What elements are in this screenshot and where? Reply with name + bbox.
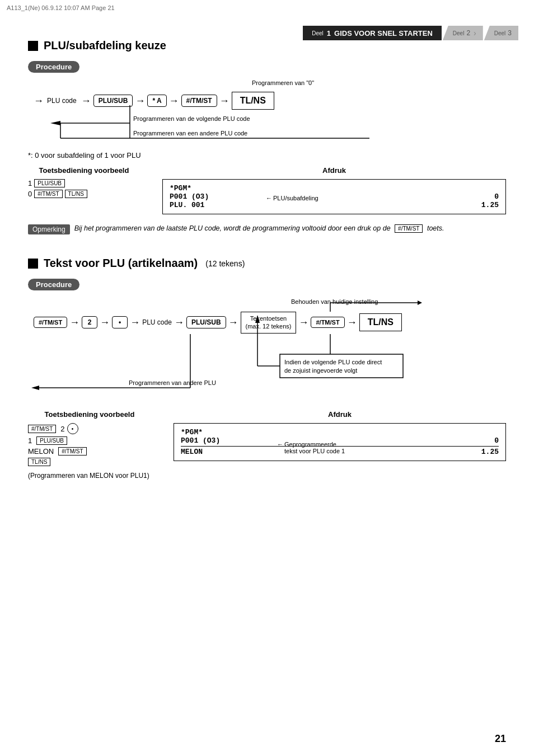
section2-keys-col: Toetsbediening voorbeeld #/TM/ST 2 • 1 P… <box>28 410 151 466</box>
header-text: A113_1(Ne) 06.9.12 10:07 AM Page 21 <box>7 4 115 11</box>
nav-deel2-num: 2 <box>466 29 470 37</box>
s2-key-row-1: #/TM/ST 2 • <box>28 423 78 434</box>
section1-keys-col: Toetsbediening voorbeeld 1 PLU/SUB 0 #/T… <box>28 166 140 198</box>
section1-print-wrapper: *PGM* P001 (O3) 0 PLU. 001 1.25 ← <box>162 179 506 214</box>
section2-annotation: ← Geprogrammeerdetekst voor PLU code 1 <box>277 441 345 454</box>
key-num-1: 1 <box>28 179 32 187</box>
key-num-2: 0 <box>28 190 32 198</box>
svg-text:Programmeren van een andere PL: Programmeren van een andere PLU code <box>133 130 247 137</box>
section1-print-box: *PGM* P001 (O3) 0 PLU. 001 1.25 <box>162 179 506 214</box>
key-box-plusub-1: PLU/SUB <box>34 179 65 187</box>
section2-print-col: Afdruk *PGM* P001 (O3) 0 MELON <box>174 410 506 461</box>
svg-text:Programmeren van de volgende P: Programmeren van de volgende PLU code <box>133 115 250 122</box>
s2-key-2: 2 <box>60 425 64 433</box>
arrow-annot1-icon: ← <box>266 195 272 201</box>
section1-example: Toetsbediening voorbeeld 1 PLU/SUB 0 #/T… <box>28 166 506 214</box>
section2-title: Tekst voor PLU (artikelnaam) <box>44 257 198 270</box>
nav-deel1-num: 1 <box>327 29 331 37</box>
section2-flow-diagram: Behouden van huidige instelling #/TM/ST … <box>34 298 506 393</box>
section1-flow-diagram: Programmeren van "0" → PLU code → PLU/SU… <box>34 79 506 147</box>
s2-key-hash2: #/TM/ST <box>58 447 86 456</box>
flow-svg2: Indien de volgende PLU code direct de zo… <box>34 298 534 393</box>
s2-key-plusub: PLU/SUB <box>36 436 67 445</box>
section2-keys-header: Toetsbediening voorbeeld <box>28 410 151 419</box>
section1-footnote: *: 0 voor subafdeling of 1 voor PLU <box>28 151 506 159</box>
header-bar: A113_1(Ne) 06.9.12 10:07 AM Page 21 <box>0 0 534 16</box>
print-line-2: P001 (O3) 0 <box>170 192 499 201</box>
section1: PLU/subafdeling keuze Procedure Programm… <box>28 39 506 234</box>
svg-text:Indien de volgende PLU code di: Indien de volgende PLU code direct <box>284 359 382 365</box>
nav-deel1-title: GIDS VOOR SNEL STARTEN <box>334 29 433 37</box>
print-line-1: *PGM* <box>170 184 499 192</box>
section1-title-row: PLU/subafdeling keuze <box>28 39 506 52</box>
section1-annotation-text: PLU/subafdeling <box>273 195 318 201</box>
print-p001-o3: P001 (O3) <box>170 192 209 201</box>
black-square-icon <box>28 41 38 51</box>
section1-note: Opmerking Bij het programmeren van de la… <box>28 224 506 234</box>
s2-key-row-4: TL/NS <box>28 458 50 466</box>
nav-deel2: Deel 2 › <box>443 26 483 40</box>
section2-procedure-badge: Procedure <box>28 279 79 290</box>
s2-key-row-2: 1 PLU/SUB <box>28 436 67 445</box>
section2-annotation-text: Geprogrammeerdetekst voor PLU code 1 <box>284 441 345 454</box>
section2-key-seq: #/TM/ST 2 • 1 PLU/SUB MELON #/TM/ST TL/N… <box>28 423 151 466</box>
s2-print-pgm: *PGM* <box>181 428 203 436</box>
section1-key-seq: 1 PLU/SUB 0 #/TM/ST TL/NS <box>28 179 140 198</box>
nav-area: Deel 1 GIDS VOOR SNEL STARTEN Deel 2 › D… <box>303 26 518 40</box>
print-125: 1.25 <box>477 201 499 209</box>
note-text1: Bij het programmeren van de laatste PLU … <box>74 224 391 232</box>
s2-print-melon: MELON <box>181 448 203 456</box>
section2-subtitle: (12 tekens) <box>205 259 245 268</box>
flow-svg1: Programmeren van de volgende PLU code Pr… <box>34 79 481 147</box>
section2-procedure-area: Procedure <box>28 279 506 290</box>
section1-keys-header: Toetsbediening voorbeeld <box>28 166 140 175</box>
s2-print-line-1: *PGM* <box>181 428 499 436</box>
key-row-1: 1 PLU/SUB <box>28 179 65 187</box>
s2-print-p001: P001 (O3) <box>181 436 220 445</box>
black-square2-icon <box>28 259 38 269</box>
s2-key-row-3: MELON #/TM/ST <box>28 447 87 456</box>
page-number: 21 <box>495 733 506 745</box>
s2-key-1: 1 <box>28 436 32 445</box>
section1-print-col: Afdruk *PGM* P001 (O3) 0 PLU. 001 1.25 <box>162 166 506 214</box>
section2-footnote: (Programmeren van MELON voor PLU1) <box>28 472 506 480</box>
section2-print-wrapper: *PGM* P001 (O3) 0 MELON 1.25 <box>174 423 506 461</box>
nav-deel3-num: 3 <box>508 29 512 37</box>
section1-print-header: Afdruk <box>162 166 506 175</box>
section2-title-row: Tekst voor PLU (artikelnaam) (12 tekens) <box>28 257 506 270</box>
section1-procedure-area: Procedure <box>28 61 506 73</box>
s2-key-melon: MELON <box>28 447 54 456</box>
nav-deel1-label: Deel <box>312 30 324 36</box>
s2-key-tlns: TL/NS <box>28 458 50 466</box>
section1-title: PLU/subafdeling keuze <box>44 39 166 52</box>
s2-print-zero: 0 <box>485 436 499 445</box>
svg-marker-21 <box>31 386 39 390</box>
section2-print-header: Afdruk <box>174 410 506 419</box>
note-key-box: #/TM/ST <box>395 224 423 233</box>
page-content: PLU/subafdeling keuze Procedure Programm… <box>28 39 506 734</box>
note-text-area: Bij het programmeren van de laatste PLU … <box>74 224 444 232</box>
print-zero: 0 <box>485 192 499 201</box>
section1-procedure-badge: Procedure <box>28 61 79 73</box>
section1-annotation: ← PLU/subafdeling <box>266 195 318 201</box>
s2-key-hash: #/TM/ST <box>28 425 56 433</box>
print-pgm: *PGM* <box>170 184 191 192</box>
note-badge: Opmerking <box>28 224 70 234</box>
svg-marker-2 <box>50 121 60 125</box>
svg-marker-10 <box>418 300 422 305</box>
key-box-hash: #/TM/ST <box>34 190 62 198</box>
arrow-annot2-icon: ← <box>277 441 283 448</box>
nav-deel1: Deel 1 GIDS VOOR SNEL STARTEN <box>303 26 442 40</box>
section2: Tekst voor PLU (artikelnaam) (12 tekens)… <box>28 257 506 480</box>
s2-print-125: 1.25 <box>477 448 499 456</box>
section2-example: Toetsbediening voorbeeld #/TM/ST 2 • 1 P… <box>28 410 506 466</box>
nav-deel3-label: Deel <box>494 30 506 36</box>
nav-deel2-label: Deel <box>453 30 465 36</box>
print-line-3: PLU. 001 1.25 <box>170 201 499 209</box>
key-row-2: 0 #/TM/ST TL/NS <box>28 190 87 198</box>
note-text2: toets. <box>427 224 444 232</box>
svg-marker-17 <box>255 315 260 323</box>
key-box-tlns: TL/NS <box>65 190 87 198</box>
section1-footnote-text: *: 0 voor subafdeling of 1 voor PLU <box>28 151 141 159</box>
svg-text:de zojuist ingevoerde volgt: de zojuist ingevoerde volgt <box>284 367 357 374</box>
